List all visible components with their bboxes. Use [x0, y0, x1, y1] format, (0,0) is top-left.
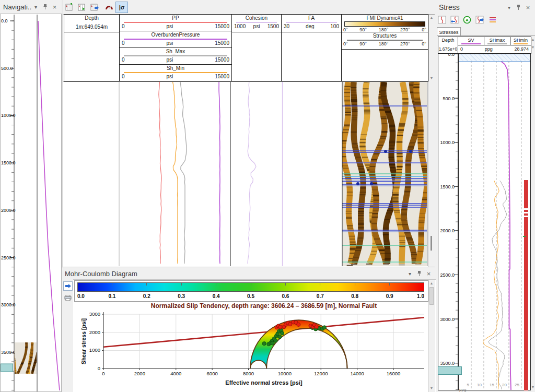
stress-depth-label: 2500.0 — [440, 272, 455, 278]
svg-text:10000: 10000 — [278, 371, 292, 376]
cohesion-name: Cohesion — [232, 15, 281, 21]
azimuth-tick: 90° — [359, 27, 367, 32]
close-icon[interactable]: × — [524, 4, 532, 11]
stress-back-button[interactable] — [450, 16, 461, 25]
export-plot-button[interactable] — [63, 281, 73, 291]
green_points-point — [262, 342, 266, 346]
stress-header-shmax[interactable]: SHmax — [484, 37, 510, 45]
curve-export-icon — [475, 16, 485, 24]
fmi-name: FMI Dynamic#1 — [342, 15, 428, 21]
auto-update-button[interactable]: A — [463, 16, 473, 25]
ppg-grid-label: 15 — [486, 383, 494, 387]
stress-depth-scale: 1.675e+0 — [438, 46, 458, 52]
colorbar-tick — [112, 283, 112, 286]
scale-min: 0 — [122, 40, 125, 46]
scale-min: 0 — [122, 57, 125, 63]
printer-icon — [64, 295, 72, 301]
pin-icon[interactable] — [415, 270, 423, 278]
ppg-grid-label: 25 — [511, 383, 519, 387]
curve-scale: 0psi15000 — [120, 40, 231, 46]
colorbar-tick — [216, 283, 216, 286]
depth-track-header[interactable]: Depth 1m:649.054m — [64, 14, 120, 81]
stress-panel-titlebar: Stress ▾ × — [436, 0, 535, 15]
pin-icon[interactable] — [515, 4, 522, 11]
scroll-up-icon[interactable]: ▲ — [428, 16, 435, 19]
cohesion-track-header[interactable]: Cohesion 1000 psi 1500 — [231, 14, 282, 81]
stress-header-shmin[interactable]: SHmin — [510, 37, 531, 45]
svg-text:14000: 14000 — [350, 371, 364, 376]
curve-swatch — [124, 55, 227, 56]
close-icon[interactable]: × — [51, 3, 59, 11]
tab-stresses[interactable]: Stresses — [437, 27, 461, 36]
scale-unit: psi — [166, 74, 173, 79]
curve-name: OverburdenPressure — [120, 32, 231, 38]
panel-menu-icon[interactable]: ▾ — [32, 3, 40, 11]
stress-header-sv[interactable]: SV — [458, 37, 484, 45]
depth-header-scale: 1m:649.054m — [64, 24, 119, 30]
pressure-header-sh_min[interactable]: Sh_Min0psi15000 — [119, 64, 232, 81]
scale-unit: psi — [166, 23, 173, 29]
log-view-scrollbar[interactable] — [428, 15, 435, 267]
fmi-track-header[interactable]: FMI Dynamic#1 0°90°180°270°0° Structures… — [341, 14, 428, 81]
sigma-mode-button[interactable]: |σ — [115, 2, 128, 13]
curve-swatch — [124, 72, 227, 73]
stress-compute-button[interactable] — [438, 16, 448, 25]
cohesion-curve-swatch — [236, 22, 277, 23]
flag-gap — [524, 212, 528, 213]
panel-menu-icon[interactable]: ▾ — [406, 270, 414, 278]
stress-depth-label: 2000.0 — [440, 228, 455, 233]
insert-track-button[interactable] — [76, 2, 88, 12]
scroll-up-icon[interactable]: ▲ — [428, 281, 435, 285]
close-icon[interactable]: × — [425, 270, 433, 278]
scroll-up-icon[interactable]: ▲ — [530, 38, 535, 41]
gauge-button[interactable] — [103, 2, 115, 12]
curve-scale: 0psi15000 — [120, 57, 231, 63]
ppg-grid-label: 5 — [461, 383, 469, 387]
export-track-button[interactable] — [89, 2, 100, 12]
depth-window-marker[interactable] — [438, 366, 462, 375]
stress-depth-ruler[interactable]: 0.0500.01000.01500.02000.02500.03000.035… — [438, 53, 458, 390]
stress-depth-header[interactable]: Depth 1.675e+0 — [438, 37, 458, 54]
log-plot-area[interactable] — [64, 82, 428, 266]
curve-back-icon — [450, 16, 460, 24]
fa-track-header[interactable]: FA 30 deg 100 — [281, 14, 342, 81]
curve-swatch — [514, 43, 528, 44]
export-stress-button[interactable] — [475, 16, 486, 25]
scroll-down-icon[interactable]: ▼ — [530, 385, 535, 389]
panel-menu-icon[interactable]: ▾ — [505, 4, 513, 11]
curve-name: SHmax — [484, 38, 510, 43]
scale-max: 15000 — [215, 57, 229, 63]
pressure-header-sh_max[interactable]: Sh_Max0psi15000 — [119, 47, 232, 65]
azimuth-tick: 90° — [359, 41, 367, 46]
pressure-header-overburdenpressure[interactable]: OverburdenPressure0psi15000 — [119, 31, 232, 48]
stress-scale-row: 0 ppg 28.974 — [458, 45, 531, 54]
curve-name: PP — [120, 15, 231, 21]
azimuth-tick: 0° — [422, 27, 426, 32]
svg-text:2000: 2000 — [134, 371, 145, 376]
navigation-depth-chart[interactable]: 0.0500.01000.01500.02000.02500.03000.035… — [1, 15, 61, 391]
scroll-down-icon[interactable]: ▼ — [530, 45, 535, 49]
stress-depth-name: Depth — [438, 38, 458, 43]
scroll-down-icon[interactable]: ▼ — [428, 76, 435, 80]
azimuth-tick: 180° — [379, 41, 389, 46]
scroll-thumb[interactable] — [429, 287, 434, 305]
legend-button[interactable] — [488, 16, 498, 25]
blue-arrow-icon — [65, 283, 71, 289]
pin-icon[interactable] — [41, 3, 49, 11]
colorbar-tick — [181, 283, 182, 286]
scale-unit: psi — [166, 40, 173, 46]
stress-plot-track[interactable] — [458, 53, 531, 390]
pressure-header-pp[interactable]: PP0psi15000 — [119, 14, 232, 31]
fmi-azimuth-ticks: 0°90°180°270°0° — [342, 27, 428, 32]
scroll-down-icon[interactable]: ▼ — [428, 386, 435, 390]
colorbar-label: 0.1 — [104, 293, 119, 299]
colorbar-label: 0.5 — [243, 293, 258, 299]
tab-divider — [437, 35, 535, 36]
scroll-thumb[interactable] — [431, 236, 432, 251]
green_points-point — [322, 326, 326, 329]
red_points-point — [278, 325, 282, 329]
curve-swatch — [487, 43, 507, 44]
add-track-button[interactable] — [64, 2, 75, 12]
curve-swatch — [124, 39, 227, 40]
svg-text:12000: 12000 — [314, 371, 328, 376]
